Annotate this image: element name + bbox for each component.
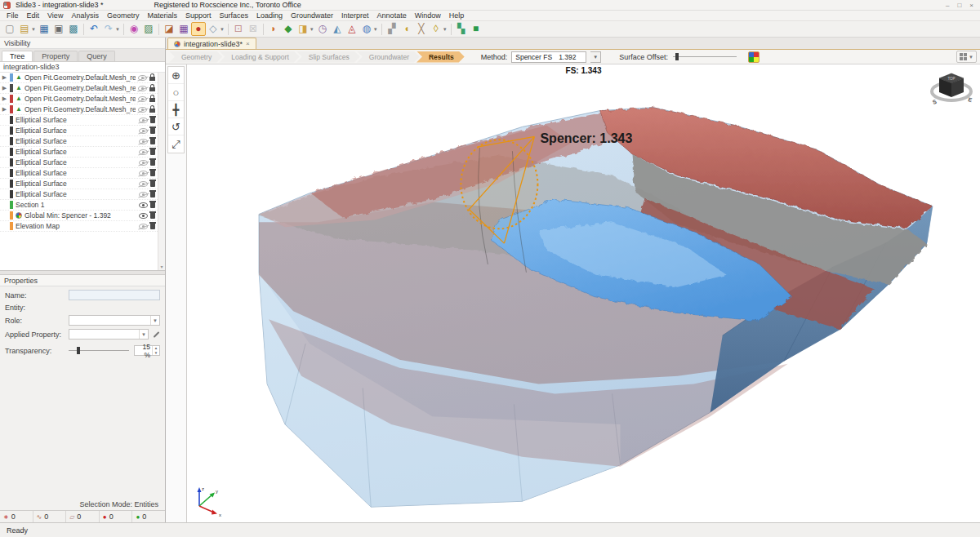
slip-surfaces-icon[interactable]: ◬ [345,22,359,36]
groundwater-icon[interactable]: ◍ [359,22,374,36]
lock-icon[interactable] [149,87,155,91]
menu-interpret[interactable]: Interpret [337,11,373,20]
transparency-spinner[interactable]: 15 % ▲▼ [134,345,160,356]
display-options-icon[interactable]: ▨ [141,22,156,36]
surface-offset-handle[interactable] [675,53,679,60]
tab-query[interactable]: Query [78,51,115,61]
menu-window[interactable]: Window [411,11,445,20]
eye-hidden-icon[interactable] [138,107,147,113]
zoom-window-icon[interactable]: ⊕ [168,67,184,84]
tree-row[interactable]: Global Min: Spencer - 1.392 [0,211,158,221]
eye-visible-icon[interactable] [139,202,148,208]
trash-icon[interactable] [150,202,155,208]
expand-arrow-icon[interactable]: ▶ [2,74,7,81]
pan-icon[interactable]: ╋ [168,101,184,118]
menu-help[interactable]: Help [445,11,469,20]
print-icon[interactable]: ▣ [51,22,66,36]
annotate-icon[interactable]: ◊ [429,22,443,36]
trash-icon[interactable] [150,118,155,123]
tree-row[interactable]: Elevation Map [0,221,158,232]
menu-view[interactable]: View [43,11,67,20]
tree-row[interactable]: ▶▲Open Pit.Geometry.Default.Mesh_remeshe… [0,94,158,104]
undo-icon[interactable]: ↶ [87,22,101,36]
selection-lock-icon[interactable]: ⊡ [231,22,246,36]
eye-hidden-icon[interactable] [139,160,148,166]
menu-support[interactable]: Support [181,11,216,20]
eye-hidden-icon[interactable] [139,181,148,187]
tree-row[interactable]: Elliptical Surface [0,158,158,168]
role-select[interactable]: ▼ [69,315,160,326]
tree-row[interactable]: Elliptical Surface [0,168,158,179]
edit-tools-icon[interactable]: ◪ [162,22,176,36]
trash-icon[interactable] [150,171,155,176]
eye-hidden-icon[interactable] [139,224,148,229]
menu-annotate[interactable]: Annotate [373,11,411,20]
eye-hidden-icon[interactable] [139,139,148,144]
tree-row[interactable]: ▶▲Open Pit.Geometry.Default.Mesh_remeshe… [0,83,158,94]
menu-geometry[interactable]: Geometry [103,11,144,20]
menu-groundwater[interactable]: Groundwater [287,11,337,20]
contour-map-icon[interactable]: ▚ [454,22,469,36]
minimize-button[interactable]: – [946,2,949,9]
terrain-icon[interactable]: ▞ [385,22,399,36]
eye-hidden-icon[interactable] [138,86,147,91]
trash-icon[interactable] [150,192,155,197]
transparency-slider-handle[interactable] [77,347,80,354]
surface-offset-slider[interactable] [673,56,737,57]
rotate-icon[interactable]: ↺ [168,118,184,135]
materials-icon[interactable]: ◗ [266,22,281,36]
tree-scrollbar[interactable]: ▾ [158,73,165,270]
compute-icon[interactable]: ▦ [176,22,191,36]
tab-tree[interactable]: Tree [2,51,33,61]
redo-icon[interactable]: ↷ [101,22,116,36]
tree-row[interactable]: Elliptical Surface [0,179,158,189]
open-file-icon[interactable]: ▤ [17,22,32,36]
surface-color-icon[interactable] [748,51,760,63]
loads-icon[interactable]: ◨ [296,22,310,36]
geology-icon[interactable]: ◖ [399,22,414,36]
tree-row[interactable]: Elliptical Surface [0,126,158,136]
tree-row[interactable]: Elliptical Surface [0,136,158,147]
workflow-stage-groundwater[interactable]: Groundwater [357,51,420,63]
surfaces-icon[interactable]: ◭ [330,22,345,36]
workflow-stage-slip-surfaces[interactable]: Slip Surfaces [296,51,360,63]
3d-canvas[interactable]: FS: 1.343 [187,64,980,522]
workflow-stage-geometry[interactable]: Geometry [169,51,222,63]
lock-icon[interactable] [149,77,155,81]
menu-materials[interactable]: Materials [143,11,181,20]
save-icon[interactable]: ▦ [37,22,51,36]
document-tab[interactable]: integration-slide3* × [167,38,256,49]
menu-analysis[interactable]: Analysis [67,11,103,20]
trash-icon[interactable] [150,139,155,144]
trash-icon[interactable] [150,181,155,187]
trash-icon[interactable] [150,213,155,219]
tree-row[interactable]: Elliptical Surface [0,115,158,126]
eye-hidden-icon[interactable] [139,192,148,197]
color-wheel-icon[interactable]: ◉ [127,22,141,36]
spinner-arrows-icon[interactable]: ▲▼ [152,346,159,355]
lock-icon[interactable] [149,109,155,113]
selection-clear-icon[interactable]: ⊠ [246,22,261,36]
measure-icon[interactable]: ╳ [414,22,429,36]
eye-hidden-icon[interactable] [138,96,147,102]
eye-hidden-icon[interactable] [139,149,148,155]
tree-row[interactable]: ▶▲Open Pit.Geometry.Default.Mesh_remeshe… [0,104,158,115]
menu-loading[interactable]: Loading [252,11,287,20]
trash-icon[interactable] [150,224,155,229]
wireframe-box-icon[interactable]: ◇ [206,22,220,36]
3d-model[interactable]: Spencer: 1.343 [187,77,980,522]
edit-pencil-icon[interactable] [154,331,160,338]
eye-hidden-icon[interactable] [139,171,148,176]
tab-close-icon[interactable]: × [246,40,250,47]
method-dropdown-icon[interactable]: ▼ [590,51,601,63]
lock-icon[interactable] [149,98,155,102]
transparency-slider[interactable] [69,350,129,351]
eye-hidden-icon[interactable] [138,75,147,81]
workflow-stage-loading-support[interactable]: Loading & Support [219,51,299,63]
new-file-icon[interactable]: ▢ [2,22,17,36]
interpret-results-icon[interactable]: ● [191,22,206,36]
viewport-layout-button[interactable]: ▼ [956,51,977,63]
expand-arrow-icon[interactable]: ▶ [2,95,7,102]
menu-surfaces[interactable]: Surfaces [215,11,252,20]
name-field[interactable] [69,290,160,300]
